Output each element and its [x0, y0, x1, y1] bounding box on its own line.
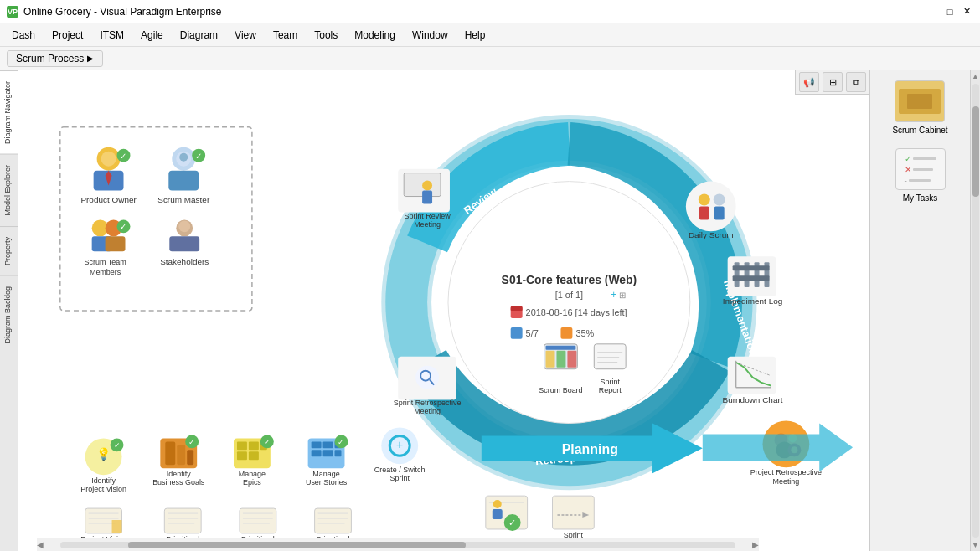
- svg-text:Members: Members: [90, 268, 121, 276]
- menu-project[interactable]: Project: [44, 26, 91, 44]
- svg-rect-42: [560, 327, 572, 339]
- scrum-cabinet-icon: [895, 80, 945, 122]
- svg-rect-46: [556, 351, 565, 368]
- menu-team[interactable]: Team: [265, 26, 306, 44]
- svg-text:Sprint Review: Sprint Review: [404, 212, 451, 220]
- menu-view[interactable]: View: [226, 26, 265, 44]
- svg-text:✓: ✓: [264, 438, 271, 446]
- svg-text:Burndown Chart: Burndown Chart: [723, 395, 783, 404]
- svg-rect-126: [335, 450, 342, 456]
- daily-scrum[interactable]: Daily Scrum: [686, 182, 736, 240]
- canvas-toolbar: 📢 ⊞ ⧉: [795, 70, 869, 95]
- identify-project-vision[interactable]: 💡 ✓ Identify Project Vision: [80, 438, 126, 493]
- scrum-diagram: ✓ Product Owner ✓ Scrum Master: [18, 70, 869, 551]
- impediment-log[interactable]: Impediment Log: [723, 256, 782, 306]
- svg-text:Sprint Retrospective: Sprint Retrospective: [394, 399, 462, 407]
- svg-rect-114: [249, 451, 259, 460]
- svg-point-58: [422, 181, 432, 191]
- svg-rect-122: [312, 450, 322, 456]
- scrum-master-group[interactable]: ✓ Scrum Master: [157, 147, 210, 204]
- svg-rect-59: [422, 191, 432, 204]
- svg-text:Manage: Manage: [239, 470, 266, 478]
- breadcrumb-arrow: ▶: [87, 54, 94, 63]
- scrum-team-members-group[interactable]: ✓ Scrum Team Members: [85, 219, 131, 276]
- svg-rect-105: [187, 450, 193, 465]
- minimize-button[interactable]: —: [926, 5, 940, 18]
- sprint-review-meeting[interactable]: Sprint Review Meeting: [398, 169, 451, 229]
- window-controls[interactable]: — □ ✕: [926, 5, 973, 18]
- menu-agile[interactable]: Agile: [132, 26, 172, 44]
- menu-itsm[interactable]: ITSM: [91, 26, 132, 44]
- svg-rect-24: [169, 236, 199, 251]
- product-owner-group[interactable]: ✓ Product Owner: [80, 147, 137, 204]
- svg-text:Scrum Board: Scrum Board: [539, 386, 582, 394]
- breadcrumb[interactable]: Scrum Process ▶: [7, 50, 103, 67]
- svg-text:Identify: Identify: [91, 476, 116, 485]
- title-bar: VP Online Grocery - Visual Paradigm Ente…: [0, 0, 980, 23]
- identify-business-goals[interactable]: ✓ Identify Business Goals: [152, 435, 205, 487]
- svg-rect-72: [714, 206, 725, 219]
- svg-rect-111: [237, 441, 247, 450]
- scrum-cabinet-label: Scrum Cabinet: [892, 126, 947, 135]
- tab-diagram-navigator[interactable]: Diagram Navigator: [0, 70, 18, 154]
- canvas-area[interactable]: 📢 ⊞ ⧉ ✓ Product Owner: [18, 70, 869, 551]
- svg-text:Business Goals: Business Goals: [152, 478, 205, 487]
- menu-diagram[interactable]: Diagram: [172, 26, 226, 44]
- breadcrumb-label: Scrum Process: [16, 53, 84, 64]
- app-icon: VP: [7, 6, 18, 18]
- scrum-cabinet-panel-item[interactable]: Scrum Cabinet: [889, 77, 951, 138]
- manage-epics[interactable]: ✓ Manage Epics: [234, 435, 274, 487]
- svg-text:✓: ✓: [188, 438, 195, 446]
- svg-text:✓: ✓: [195, 152, 202, 161]
- menu-modeling[interactable]: Modeling: [346, 26, 404, 44]
- svg-rect-104: [177, 445, 185, 465]
- menu-help[interactable]: Help: [456, 26, 494, 44]
- tab-diagram-backlog[interactable]: Diagram Backlog: [0, 276, 18, 354]
- svg-text:Meeting: Meeting: [414, 220, 441, 229]
- svg-rect-124: [323, 450, 333, 456]
- svg-text:Project Vision: Project Vision: [80, 485, 126, 493]
- maximize-button[interactable]: □: [943, 5, 957, 18]
- svg-text:✓: ✓: [121, 152, 127, 161]
- stakeholders-group[interactable]: Stakeholders: [160, 219, 209, 266]
- sprint-retrospective-meeting[interactable]: Sprint Retrospective Meeting: [394, 357, 462, 415]
- vertical-scrollbar[interactable]: ▲ ▼: [970, 70, 980, 551]
- svg-rect-112: [237, 451, 247, 460]
- menu-dash[interactable]: Dash: [3, 26, 44, 44]
- toolbar-announce-icon[interactable]: 📢: [799, 72, 819, 92]
- horizontal-scrollbar[interactable]: ◀ ▶: [37, 538, 759, 551]
- close-button[interactable]: ✕: [960, 5, 973, 18]
- svg-rect-121: [312, 441, 322, 448]
- svg-rect-18: [106, 236, 126, 251]
- svg-rect-154: [315, 508, 352, 533]
- svg-text:User Stories: User Stories: [306, 478, 348, 487]
- svg-text:Project Retrospective: Project Retrospective: [750, 468, 822, 476]
- svg-rect-103: [165, 441, 175, 465]
- svg-text:Manage: Manage: [312, 470, 339, 478]
- menu-tools[interactable]: Tools: [306, 26, 346, 44]
- svg-text:Impediment Log: Impediment Log: [723, 296, 782, 306]
- toolbar-grid-icon[interactable]: ⊞: [823, 72, 843, 92]
- toolbar-layout-icon[interactable]: ⧉: [846, 72, 866, 92]
- right-panel: Scrum Cabinet ✓ ✕ -: [869, 70, 970, 551]
- svg-point-69: [699, 194, 710, 206]
- my-tasks-panel-item[interactable]: ✓ ✕ - My Tasks: [892, 145, 949, 206]
- menu-window[interactable]: Window: [404, 26, 456, 44]
- create-switch-sprint[interactable]: + Create / Switch Sprint: [374, 427, 426, 482]
- svg-text:💡: 💡: [96, 447, 111, 461]
- tab-model-explorer[interactable]: Model Explorer: [0, 154, 18, 226]
- svg-text:Sprint: Sprint: [390, 474, 410, 482]
- svg-text:2018-08-16 [14 days left]: 2018-08-16 [14 days left]: [526, 307, 627, 317]
- burndown-chart[interactable]: Burndown Chart: [723, 357, 783, 404]
- svg-rect-148: [240, 508, 276, 533]
- svg-point-3: [101, 152, 116, 167]
- svg-point-68: [686, 182, 736, 232]
- svg-rect-168: [552, 496, 594, 529]
- svg-rect-80: [733, 276, 770, 281]
- svg-rect-0: [60, 127, 252, 311]
- manage-user-stories[interactable]: ✓ Manage User Stories: [306, 435, 348, 487]
- svg-text:✓: ✓: [338, 438, 344, 446]
- svg-text:✓: ✓: [121, 222, 127, 231]
- svg-rect-50: [594, 344, 626, 369]
- tab-property[interactable]: Property: [0, 226, 18, 276]
